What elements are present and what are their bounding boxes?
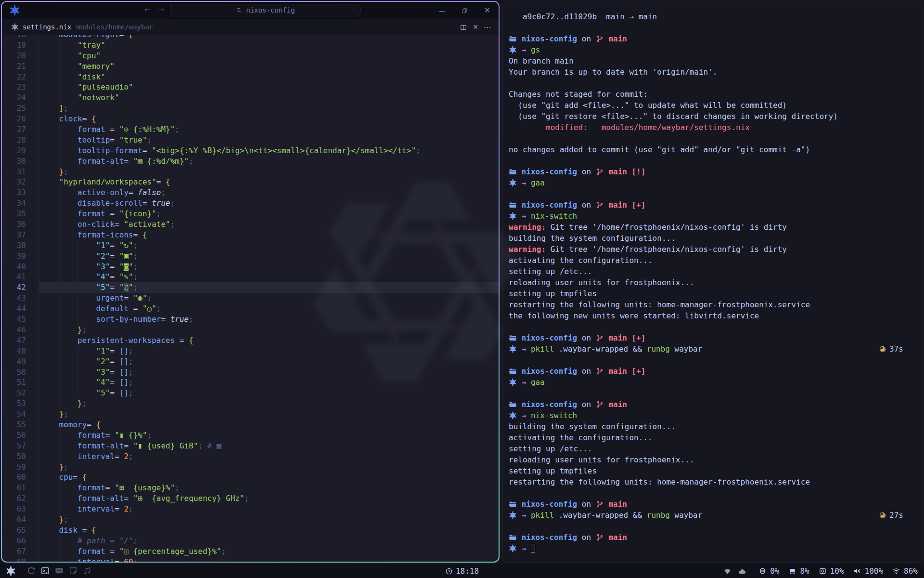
code-line[interactable]: 26 clock= { (2, 114, 499, 124)
code-line[interactable]: 62 format-alt= "⊞ {avg_frequency} GHz"; (2, 493, 499, 504)
code-line[interactable]: 20 "cpu" (2, 51, 499, 61)
git-branch-icon (596, 400, 604, 408)
code-line[interactable]: 28 tooltip= "true"; (2, 135, 499, 145)
code-line[interactable]: 34 disable-scroll= true; (2, 198, 499, 209)
nav-back-button[interactable]: ← (144, 5, 151, 14)
duration-icon (879, 512, 886, 519)
terminal-window[interactable]: a9c0c72..d11029b main → main nixos-confi… (502, 1, 923, 563)
code-line[interactable]: 19 "tray" (2, 40, 499, 51)
workspace-5-button[interactable] (82, 566, 92, 576)
code-line[interactable]: 46 }; (2, 325, 499, 335)
line-number: 26 (2, 114, 26, 124)
terminal-line: restarting the following units: home-man… (509, 300, 917, 311)
cpu-chip-module[interactable]: 0% (758, 566, 779, 576)
project-icon[interactable] (9, 5, 20, 16)
code-line[interactable]: 53 }; (2, 398, 499, 409)
more-options-icon[interactable]: ⋯ (484, 23, 492, 32)
code-line[interactable]: 40 "3"= "◙"; (2, 262, 499, 272)
code-line[interactable]: 31 }; (2, 167, 499, 177)
code-line[interactable]: 36 on-click= "activate"; (2, 219, 499, 230)
code-line[interactable]: 33 active-only= false; (2, 187, 499, 198)
code-line[interactable]: 54 }; (2, 409, 499, 420)
split-pane-icon[interactable] (460, 23, 467, 32)
clock-icon (445, 567, 453, 575)
nix-launcher-icon[interactable] (6, 566, 16, 576)
code-line[interactable]: 41 "4"= "✎"; (2, 272, 499, 282)
close-tab-icon[interactable]: ✕ (473, 23, 478, 31)
code-line[interactable]: 60 cpu= { (2, 472, 499, 483)
nav-forward-button[interactable]: → (158, 5, 164, 14)
workspace-3-button[interactable] (54, 566, 64, 576)
code-line[interactable]: 18 modules-right= [ (2, 35, 499, 40)
code-line[interactable]: 22 "disk" (2, 72, 499, 82)
code-editor[interactable]: 18 modules-right= [19 "tray"20 "cpu"21 "… (2, 35, 499, 562)
line-number: 41 (2, 272, 26, 282)
code-line[interactable]: 57 format-alt= "▮ {used} GiB"; # ▦ (2, 441, 499, 451)
nix-snowflake-icon (509, 411, 517, 420)
hdd-module[interactable]: 10% (819, 566, 844, 576)
ws-terminal-icon (40, 566, 50, 576)
code-line[interactable]: 25 ]; (2, 103, 499, 114)
code-line[interactable]: 55 memory= { (2, 420, 499, 430)
code-line[interactable]: 24 "network" (2, 92, 499, 103)
line-number: 61 (2, 483, 26, 493)
code-line[interactable]: 67 format = "◫ {percentage_used}%"; (2, 546, 499, 557)
code-line[interactable]: 51 "4"= []; (2, 377, 499, 388)
terminal-line (509, 156, 917, 167)
code-line[interactable]: 44 default = "○"; (2, 303, 499, 314)
minimize-button[interactable]: — (431, 7, 453, 14)
code-line[interactable]: 42 "5"= "♫"; (2, 282, 499, 293)
code-line[interactable]: 30 format-alt= "▦ {:%d/%m}"; (2, 156, 499, 167)
search-value: nixos-config (246, 6, 295, 14)
code-line[interactable]: 47 persistent-workspaces = { (2, 335, 499, 346)
line-number: 63 (2, 504, 26, 514)
workspace-1-button[interactable] (26, 566, 36, 576)
line-number: 29 (2, 145, 26, 156)
code-line[interactable]: 32 "hyprland/workspaces"= { (2, 177, 499, 187)
nix-snowflake-icon (509, 46, 517, 54)
wifi-module[interactable]: 86% (892, 566, 918, 576)
code-line[interactable]: 23 "pulseaudio" (2, 82, 499, 92)
code-line[interactable]: 66 # path = "/"; (2, 536, 499, 546)
code-line[interactable]: 37 format-icons= { (2, 230, 499, 240)
code-line[interactable]: 35 format = "{icon}"; (2, 209, 499, 219)
project-search-box[interactable]: nixos-config (170, 4, 360, 16)
code-line[interactable]: 43 urgent= "◉"; (2, 293, 499, 303)
workspace-2-button[interactable] (40, 566, 50, 576)
code-line[interactable]: 39 "2"= "▣"; (2, 251, 499, 262)
code-line[interactable]: 61 format= "⊞ {usage}%"; (2, 483, 499, 493)
close-button[interactable]: ✕ (476, 6, 499, 15)
code-line[interactable]: 63 interval= 2; (2, 504, 499, 514)
line-number: 28 (2, 135, 26, 145)
workspace-4-button[interactable] (68, 566, 78, 576)
code-line[interactable]: 59 }; (2, 462, 499, 473)
terminal-line (509, 522, 917, 533)
ws-music-icon (82, 566, 92, 576)
code-line[interactable]: 29 tooltip-format= "<big>{:%Y %B}</big>\… (2, 145, 499, 156)
clock-module[interactable]: 18:18 (445, 564, 479, 578)
terminal-line: Your branch is up to date with 'origin/m… (509, 67, 917, 79)
code-line[interactable]: 45 sort-by-number= true; (2, 314, 499, 325)
code-line[interactable]: 21 "memory" (2, 61, 499, 72)
code-line[interactable]: 50 "3"= []; (2, 367, 499, 378)
code-line[interactable]: 49 "2"= []; (2, 356, 499, 367)
code-line[interactable]: 58 interval= 2; (2, 451, 499, 462)
code-line[interactable]: 64 }; (2, 514, 499, 525)
code-line[interactable]: 52 "5"= []; (2, 388, 499, 398)
code-line[interactable]: 38 "1"= "↻"; (2, 240, 499, 251)
code-line[interactable]: 48 "1"= []; (2, 346, 499, 356)
tab-settings-nix[interactable]: settings.nix modules/home/waybar (2, 23, 153, 31)
code-line[interactable]: 65 disk = { (2, 525, 499, 536)
code-line[interactable]: 56 format= "▮ {}%"; (2, 430, 499, 441)
code-line[interactable]: 27 format = "⊙ {:%H:%M}"; (2, 124, 499, 135)
code-line[interactable]: 68 interval= 60; (2, 557, 499, 562)
restore-button[interactable] (453, 6, 476, 14)
speaker-module[interactable]: 100% (853, 566, 884, 576)
tray-cloud-tray-button[interactable] (738, 566, 746, 576)
line-number: 30 (2, 156, 26, 167)
mem-stick-module[interactable]: 8% (788, 566, 809, 576)
tray-network-tray-button[interactable] (723, 566, 732, 576)
terminal-line: a9c0c72..d11029b main → main (509, 12, 917, 23)
line-number: 20 (2, 51, 26, 61)
clock-icon (445, 566, 453, 576)
